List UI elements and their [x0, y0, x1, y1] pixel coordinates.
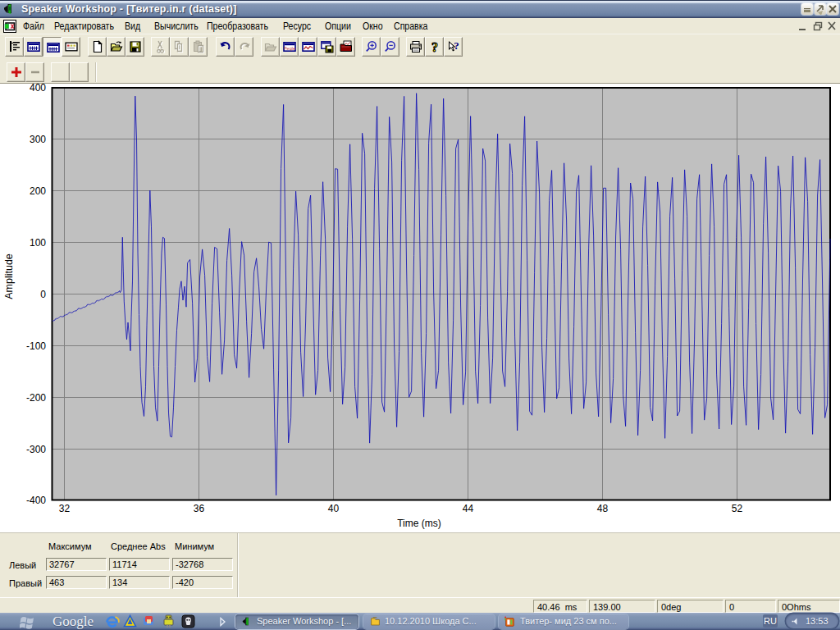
svg-text:Time (ms): Time (ms): [397, 518, 441, 529]
svg-text:-100: -100: [26, 340, 46, 352]
svg-text:400: 400: [30, 84, 46, 94]
svg-text:?: ?: [431, 40, 438, 53]
svg-text:-400: -400: [26, 495, 46, 506]
svg-text:48: 48: [597, 503, 609, 514]
svg-text:-300: -300: [26, 444, 46, 455]
svg-text:0: 0: [40, 289, 46, 300]
svg-text:200: 200: [30, 185, 46, 197]
svg-text:Amplitude: Amplitude: [3, 253, 15, 299]
svg-text:44: 44: [463, 503, 474, 514]
svg-text:36: 36: [194, 503, 205, 514]
svg-text:?: ?: [454, 40, 459, 52]
svg-text:-200: -200: [26, 392, 46, 404]
svg-text:300: 300: [30, 134, 46, 145]
svg-text:100: 100: [30, 237, 46, 249]
svg-text:52: 52: [732, 503, 743, 514]
svg-text:32: 32: [59, 503, 71, 514]
svg-text:40: 40: [328, 503, 340, 514]
svg-text:Peqle: Peqle: [284, 46, 295, 51]
